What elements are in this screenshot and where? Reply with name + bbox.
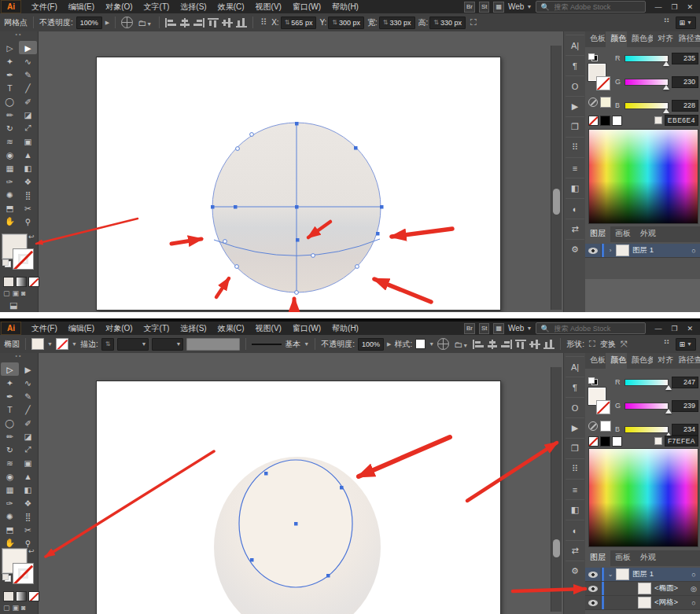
align-middle-icon[interactable]	[529, 340, 540, 349]
green-value[interactable]: 239	[672, 400, 698, 412]
stroke-panel-icon[interactable]: ≡	[566, 157, 584, 178]
layer-thumbnail[interactable]	[638, 583, 651, 594]
stock-search[interactable]: 🔍	[536, 322, 646, 334]
none-swatch[interactable]	[588, 436, 599, 447]
tools-panel-handle[interactable]: ••	[0, 31, 38, 38]
transform-panel-icon[interactable]: ⠿	[566, 137, 584, 157]
actions-panel-icon[interactable]: ▶	[566, 417, 584, 438]
line-segment-tool[interactable]: ╱	[19, 81, 37, 94]
align-right-icon[interactable]	[193, 18, 204, 28]
brush-dropdown[interactable]: ▼	[152, 338, 183, 351]
line-segment-tool[interactable]: ╱	[19, 403, 37, 416]
menu-item[interactable]: 文字(T)	[138, 2, 175, 11]
opentype-panel-icon[interactable]: O	[566, 397, 584, 417]
rotate-tool[interactable]: ↻	[1, 443, 19, 456]
layer-row[interactable]: <网格> ○	[585, 596, 700, 610]
blue-value[interactable]: 234	[672, 424, 698, 436]
color-spectrum[interactable]	[588, 448, 698, 547]
default-colors-icon[interactable]	[588, 377, 598, 385]
gradient-button[interactable]	[16, 277, 27, 287]
menu-item[interactable]: 选择(S)	[175, 2, 212, 11]
layer-thumbnail[interactable]	[638, 597, 651, 608]
last-color-swatch[interactable]	[600, 421, 611, 432]
red-slider-thumb[interactable]	[665, 385, 672, 390]
stroke-weight-dropdown[interactable]: ▼	[117, 338, 149, 351]
mesh-tool[interactable]: ▦	[1, 161, 19, 175]
column-graph-tool[interactable]: ⣿	[19, 188, 37, 201]
height-field[interactable]: ⇅330 px	[429, 17, 466, 29]
curvature-tool[interactable]: ✎	[19, 68, 37, 81]
workspace-switcher[interactable]: Web▼	[508, 324, 532, 333]
dock-columns-icon[interactable]: ⠛	[661, 339, 671, 349]
red-slider[interactable]	[624, 55, 669, 62]
preferences-icon[interactable]: 🗀▼	[136, 18, 153, 28]
x-field[interactable]: ⇅565 px	[281, 17, 317, 29]
hex-value[interactable]: EBE6E4	[665, 115, 698, 126]
graphic-styles-panel-icon[interactable]: ⚙	[566, 239, 584, 259]
layer-thumbnail[interactable]	[616, 568, 629, 580]
screen-mode-icon[interactable]: ⬓	[9, 300, 17, 311]
lasso-tool[interactable]: ∿	[19, 54, 37, 68]
curvature-tool[interactable]: ✎	[19, 389, 37, 403]
red-slider[interactable]	[624, 379, 669, 386]
magic-wand-tool[interactable]: ✦	[1, 54, 19, 68]
red-value[interactable]: 247	[672, 377, 698, 388]
pen-tool[interactable]: ✒	[1, 68, 19, 81]
menu-item[interactable]: 文件(F)	[26, 2, 63, 11]
panel-tab[interactable]: 颜色	[606, 353, 626, 369]
target-icon[interactable]: ◎	[687, 585, 700, 593]
layer-name[interactable]: <椭圆>	[654, 583, 687, 594]
free-transform-tool[interactable]: ▣	[19, 456, 37, 469]
stroke-color-swatch[interactable]	[13, 563, 34, 584]
layer-row[interactable]: › 图层 1 ○	[585, 244, 700, 258]
menu-item[interactable]: 帮助(H)	[326, 324, 364, 333]
menu-item[interactable]: 视图(V)	[250, 2, 287, 11]
visibility-cell[interactable]	[585, 582, 602, 595]
eyedropper-tool[interactable]: ✑	[1, 175, 19, 188]
default-fill-stroke-icon[interactable]	[2, 574, 11, 582]
export-panel-icon[interactable]: ❐	[566, 116, 584, 137]
chevron-down-icon[interactable]: ▼	[47, 341, 53, 347]
last-color-swatch[interactable]	[600, 97, 611, 108]
workspace-menu[interactable]: ⊞ ▼	[676, 338, 696, 351]
isolate-icon[interactable]: ⤧	[619, 339, 629, 349]
white-swatch[interactable]	[612, 116, 622, 126]
stock-search[interactable]: 🔍	[536, 1, 646, 13]
green-slider-thumb[interactable]	[663, 85, 669, 90]
shaper-tool[interactable]: ✏	[1, 429, 19, 443]
layers-tab[interactable]: 外观	[636, 226, 661, 242]
perspective-grid-tool[interactable]: ▲	[19, 469, 37, 483]
close-button[interactable]: ✕	[682, 325, 698, 333]
color-button[interactable]	[3, 277, 14, 287]
swap-fill-stroke-icon[interactable]: ↩	[28, 547, 35, 555]
layers-tab[interactable]: 图层	[585, 550, 610, 566]
shaper-tool[interactable]: ✏	[1, 108, 19, 121]
visibility-cell[interactable]	[585, 596, 602, 609]
panel-tab[interactable]: 色板	[585, 353, 606, 369]
panel-tab[interactable]: 颜色参	[627, 353, 654, 369]
visibility-cell[interactable]	[585, 568, 602, 581]
free-transform-tool[interactable]: ▣	[19, 134, 37, 148]
green-slider[interactable]	[624, 403, 669, 410]
vertical-scrollbar[interactable]	[551, 367, 562, 612]
selection-tool[interactable]: ▶	[19, 41, 37, 54]
stock-button[interactable]: St	[479, 2, 490, 13]
gradient-tool[interactable]: ◧	[19, 161, 37, 175]
panel-tab[interactable]: 路径查	[673, 353, 700, 369]
opacity-value[interactable]: 100%	[358, 338, 384, 351]
artboard[interactable]	[96, 57, 501, 311]
menu-item[interactable]: 窗口(W)	[287, 2, 326, 11]
mesh-tool[interactable]: ▦	[1, 483, 19, 496]
eyedropper-tool[interactable]: ✑	[1, 496, 19, 509]
layer-thumbnail[interactable]	[616, 244, 629, 256]
hand-tool[interactable]: ✋	[1, 536, 19, 550]
zoom-tool[interactable]: ⚲	[19, 215, 37, 228]
style-swatch[interactable]	[415, 339, 426, 349]
tools-panel-handle[interactable]: ••	[0, 353, 38, 359]
align-bottom-icon[interactable]	[236, 18, 247, 28]
search-input[interactable]	[553, 324, 642, 333]
default-fill-stroke-icon[interactable]	[2, 259, 11, 267]
symbol-sprayer-tool[interactable]: ✺	[1, 188, 19, 201]
red-slider-thumb[interactable]	[663, 61, 669, 66]
layer-name[interactable]: 图层 1	[632, 569, 687, 579]
